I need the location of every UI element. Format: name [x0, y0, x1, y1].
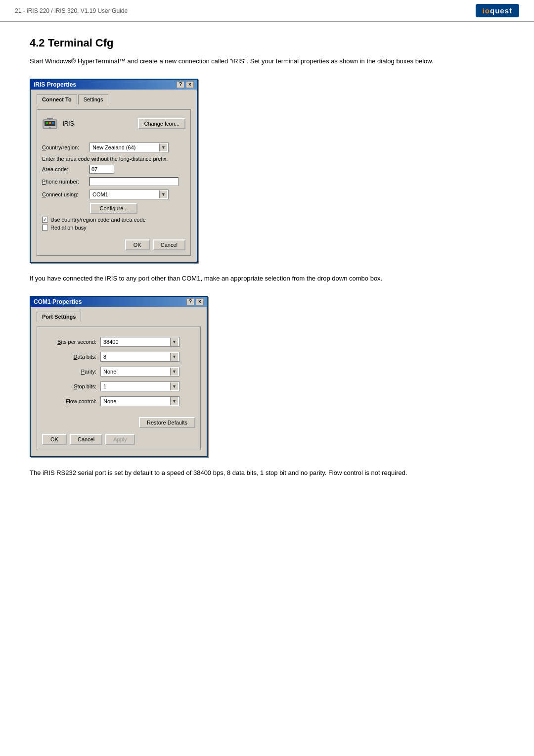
phone-label-rest: hone number: [45, 179, 79, 185]
change-icon-button[interactable]: Change Icon... [138, 118, 185, 129]
phone-row: Phone number: [42, 177, 185, 186]
area-hint: Enter the area code without the long-dis… [42, 156, 185, 162]
country-label-underline: C [42, 144, 46, 150]
flow-label: Flow control: [52, 398, 96, 404]
svg-point-2 [49, 127, 51, 129]
checkbox-redial-label: Redial on busy [50, 225, 87, 231]
iris-icon [42, 116, 58, 132]
com1-dialog-body: Port Settings Bits per second: 38400 ▼ [31, 307, 207, 456]
com1-dialog-footer: OK Cancel Apply [42, 430, 195, 445]
country-arrow-icon: ▼ [159, 143, 167, 151]
logo-rest: quest [490, 6, 512, 15]
checkbox-redial[interactable] [42, 225, 48, 231]
checkbox-redial-row: Redial on busy [42, 225, 185, 231]
iris-titlebar-buttons: ? × [177, 81, 194, 88]
data-bits-select[interactable]: 8 ▼ [100, 352, 179, 362]
logo: ioquest [476, 4, 519, 17]
parity-arrow-icon: ▼ [170, 368, 178, 376]
country-value: New Zealand (64) [91, 144, 159, 150]
flow-select[interactable]: None ▼ [100, 396, 179, 406]
stop-bits-row: Stop bits: 1 ▼ [52, 381, 185, 391]
connect-label-underline: C [42, 191, 46, 197]
connect-select[interactable]: COM1 ▼ [89, 189, 169, 199]
tab-port-settings[interactable]: Port Settings [37, 312, 81, 322]
phone-input[interactable] [89, 177, 178, 186]
section-title: 4.2 Terminal Cfg [30, 37, 504, 49]
page-header: 21 - iRIS 220 / iRIS 320, V1.19 User Gui… [0, 0, 534, 22]
bits-label: Bits per second: [52, 339, 96, 345]
port-form: Bits per second: 38400 ▼ Data bits: [42, 333, 195, 415]
com1-tabs: Port Settings [37, 312, 201, 322]
stop-bits-value: 1 [102, 383, 170, 389]
data-bits-value: 8 [102, 354, 170, 360]
iris-tab-content: iRIS Change Icon... Country/region: New … [37, 109, 191, 256]
logo-io: io [483, 6, 490, 15]
parity-value: None [102, 369, 170, 375]
iris-help-button[interactable]: ? [177, 81, 184, 88]
stop-label-rest: top bits: [77, 383, 96, 389]
stop-bits-arrow-icon: ▼ [170, 382, 178, 390]
bits-label-rest: its per second: [61, 339, 96, 345]
flow-label-rest: low control: [69, 398, 96, 404]
checkbox-country-row: ✓ Use country/region code and area code [42, 217, 185, 223]
com1-dialog-title: COM1 Properties [34, 298, 82, 305]
data-bits-row: Data bits: 8 ▼ [52, 352, 185, 362]
com1-tab-content: Bits per second: 38400 ▼ Data bits: [37, 327, 201, 450]
iris-icon-row: iRIS Change Icon... [42, 116, 185, 132]
configure-button[interactable]: Configure... [90, 203, 138, 214]
section-desc: Start Windows® HyperTerminal™ and create… [30, 56, 455, 67]
com1-dialog: COM1 Properties ? × Port Settings [30, 296, 208, 457]
com1-help-button[interactable]: ? [186, 298, 194, 305]
area-code-label: Area code: [42, 166, 87, 172]
iris-dialog-wrapper: iRIS Properties ? × Connect To Settings [30, 79, 504, 263]
iris-dialog-title: iRIS Properties [34, 81, 76, 88]
com1-close-button[interactable]: × [196, 298, 204, 305]
svg-rect-3 [46, 122, 48, 124]
stop-bits-select[interactable]: 1 ▼ [100, 381, 179, 391]
phone-label: Phone number: [42, 179, 87, 185]
restore-defaults-button[interactable]: Restore Defaults [139, 417, 195, 428]
country-row: Country/region: New Zealand (64) ▼ [42, 142, 185, 152]
bits-select[interactable]: 38400 ▼ [100, 337, 179, 347]
com1-ok-button[interactable]: OK [42, 434, 67, 445]
parity-label-rest: arity: [85, 369, 96, 375]
data-label-rest: ata bits: [77, 354, 96, 360]
bits-arrow-icon: ▼ [170, 338, 178, 346]
parity-label: Parity: [52, 369, 96, 375]
iris-close-button[interactable]: × [186, 81, 194, 88]
stop-bits-label: Stop bits: [52, 383, 96, 389]
com1-titlebar-buttons: ? × [186, 298, 204, 305]
parity-row: Parity: None ▼ [52, 367, 185, 377]
connect-arrow-icon: ▼ [159, 190, 167, 198]
checkbox-country-label: Use country/region code and area code [50, 217, 146, 223]
svg-rect-4 [49, 122, 51, 124]
iris-dialog-footer: OK Cancel [42, 236, 185, 250]
data-bits-arrow-icon: ▼ [170, 353, 178, 361]
svg-rect-5 [52, 122, 54, 124]
iris-dialog-body: Connect To Settings [31, 90, 197, 262]
iris-dialog-titlebar: iRIS Properties ? × [31, 80, 197, 90]
data-bits-label: Data bits: [52, 354, 96, 360]
com1-cancel-button[interactable]: Cancel [70, 434, 102, 445]
tab-connect-to[interactable]: Connect To [37, 94, 77, 104]
area-code-input[interactable] [89, 165, 114, 174]
area-code-row: Area code: [42, 165, 185, 174]
iris-label: iRIS [63, 120, 133, 127]
com1-dialog-wrapper: COM1 Properties ? × Port Settings [30, 296, 504, 457]
country-label-rest: ountry/region: [46, 144, 79, 150]
flow-value: None [102, 398, 170, 404]
bits-value: 38400 [102, 339, 170, 345]
iris-tabs: Connect To Settings [37, 94, 191, 104]
area-label-rest: rea code: [45, 166, 68, 172]
iris-ok-button[interactable]: OK [125, 239, 150, 250]
connect-row: Connect using: COM1 ▼ [42, 189, 185, 199]
iris-cancel-button[interactable]: Cancel [153, 239, 185, 250]
tab-settings[interactable]: Settings [78, 94, 109, 104]
country-label: Country/region: [42, 144, 87, 150]
com1-apply-button[interactable]: Apply [105, 434, 135, 445]
bits-row: Bits per second: 38400 ▼ [52, 337, 185, 347]
checkbox-country[interactable]: ✓ [42, 217, 48, 223]
bottom-desc: The iRIS RS232 serial port is set by def… [30, 468, 455, 478]
country-select[interactable]: New Zealand (64) ▼ [89, 142, 169, 152]
parity-select[interactable]: None ▼ [100, 367, 179, 377]
